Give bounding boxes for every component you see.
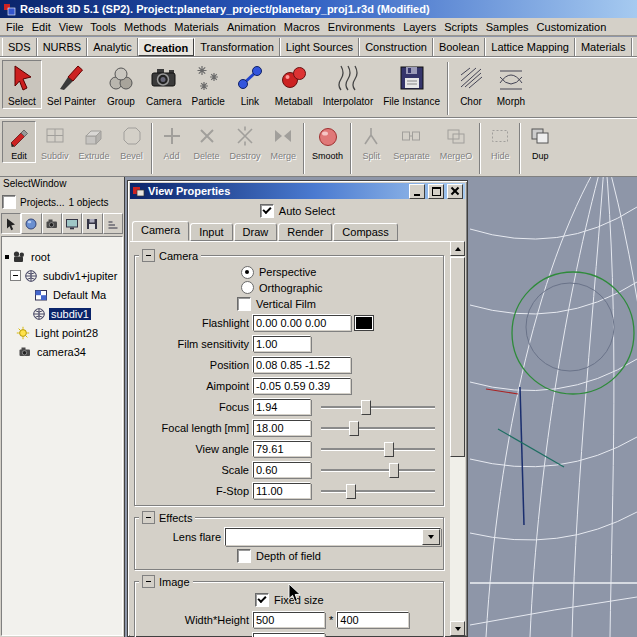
collapse-toggle-icon[interactable] [10,270,21,281]
tree-item-root[interactable]: root [2,247,122,266]
aimpoint-input[interactable] [253,378,351,394]
lens-flare-dropdown[interactable] [225,528,441,546]
tree-item-subdiv1-jupiter[interactable]: subdiv1+jupiter [2,266,122,285]
vertical-film-checkbox[interactable] [237,297,251,311]
particle-button[interactable]: Particle [187,60,230,109]
image-aspect-input[interactable] [253,633,325,637]
tab-construction[interactable]: Construction [359,38,433,56]
metaball-button[interactable]: Metaball [270,60,318,109]
orthographic-radio[interactable] [241,281,254,294]
maximize-button[interactable] [428,184,444,199]
tab-camera[interactable]: Camera [132,221,189,241]
projects-checkbox[interactable] [2,195,16,209]
sel-painter-button[interactable]: Sel Painter [42,60,101,109]
tree-item-default-material[interactable]: Default Ma [2,285,122,304]
slider-thumb[interactable] [361,400,371,415]
height-input[interactable] [337,612,409,628]
tab-transformation[interactable]: Transformation [194,38,280,56]
focus-slider[interactable] [321,399,437,415]
slider-thumb[interactable] [346,484,356,499]
title-bar[interactable]: Realsoft 3D 5.1 (SP2). Project:planetary… [0,0,637,18]
minimize-button[interactable] [409,184,425,199]
separate-button[interactable]: Separate [388,121,435,163]
tab-analytic[interactable]: Analytic [87,38,138,56]
width-input[interactable] [253,612,325,628]
scale-input[interactable] [253,462,311,478]
view-angle-slider[interactable] [321,441,437,457]
tab-sds[interactable]: SDS [2,38,37,56]
tab-creation[interactable]: Creation [138,38,195,56]
merge-button[interactable]: Merge [266,121,302,163]
interpolator-button[interactable]: Interpolator [318,60,379,109]
group-button[interactable]: Group [101,60,141,109]
hide-button[interactable]: Hide [483,121,517,163]
position-input[interactable] [253,357,351,373]
tab-draw[interactable]: Draw [234,223,278,241]
menu-customization[interactable]: Customization [533,19,611,35]
tab-input[interactable]: Input [190,223,232,241]
tab-footstep[interactable]: Footstep [632,38,637,56]
scrollbar-thumb[interactable] [450,257,465,457]
focal-length-slider[interactable] [321,420,437,436]
scale-slider[interactable] [321,462,437,478]
morph-button[interactable]: Morph [491,60,531,109]
smooth-button[interactable]: Smooth [307,121,348,163]
collapse-effects-group-button[interactable] [142,511,155,524]
projects-label[interactable]: Projects... [20,197,64,208]
levels-tab[interactable] [103,213,123,234]
tab-nurbs[interactable]: NURBS [37,38,88,56]
f-stop-slider[interactable] [321,483,437,499]
menu-samples[interactable]: Samples [482,19,533,35]
bevel-button[interactable]: Bevel [115,121,149,163]
tree-item-camera34[interactable]: camera34 [2,342,122,361]
fixed-size-checkbox[interactable] [255,593,269,607]
focus-input[interactable] [253,399,311,415]
tab-render[interactable]: Render [278,223,332,241]
menu-file[interactable]: File [2,19,28,35]
choreography-button[interactable]: Chor [451,60,491,109]
slider-thumb[interactable] [349,421,359,436]
edit-button[interactable]: Edit [2,121,36,163]
scroll-up-icon[interactable] [450,241,465,256]
view-angle-input[interactable] [253,441,311,457]
menu-environments[interactable]: Environments [324,19,399,35]
menu-scripts[interactable]: Scripts [440,19,482,35]
subdivide-button[interactable]: Subdiv [36,121,74,163]
menu-animation[interactable]: Animation [223,19,280,35]
auto-select-checkbox[interactable] [260,204,274,218]
dialog-scrollbar[interactable] [450,241,465,636]
extrude-button[interactable]: Extrude [74,121,115,163]
pick-tool-tab[interactable] [1,213,21,234]
focal-length-input[interactable] [253,420,311,436]
split-button[interactable]: Split [354,121,388,163]
duplicate-button[interactable]: Dup [523,121,557,163]
file-instance-button[interactable]: File Instance [378,60,445,109]
menu-materials[interactable]: Materials [170,19,223,35]
camera-button[interactable]: Camera [141,60,187,109]
tab-materials[interactable]: Materials [575,38,632,56]
dropdown-arrow-icon[interactable] [422,529,440,545]
select-tool-button[interactable]: Select [2,60,42,109]
menu-layers[interactable]: Layers [399,19,440,35]
tree-item-subdiv1[interactable]: subdiv1 [2,304,122,323]
f-stop-input[interactable] [253,483,311,499]
tab-light-sources[interactable]: Light Sources [280,38,359,56]
slider-thumb[interactable] [384,442,394,457]
add-points-button[interactable]: Add [155,121,189,163]
objects-tab[interactable] [21,213,41,234]
tab-lattice-mapping[interactable]: Lattice Mapping [485,38,575,56]
select-window-title[interactable]: SelectWindow [0,177,124,193]
depth-of-field-checkbox[interactable] [237,549,251,563]
close-button[interactable] [447,184,463,199]
collapse-camera-group-button[interactable] [142,249,155,262]
delete-points-button[interactable]: Delete [189,121,225,163]
cameras-tab[interactable] [42,213,62,234]
film-sensitivity-input[interactable] [253,336,311,352]
menu-edit[interactable]: Edit [28,19,55,35]
files-tab[interactable] [82,213,102,234]
perspective-radio[interactable] [241,266,254,279]
link-button[interactable]: Link [230,60,270,109]
tab-boolean[interactable]: Boolean [433,38,485,56]
viewport-3d[interactable] [470,177,637,637]
displays-tab[interactable] [62,213,82,234]
